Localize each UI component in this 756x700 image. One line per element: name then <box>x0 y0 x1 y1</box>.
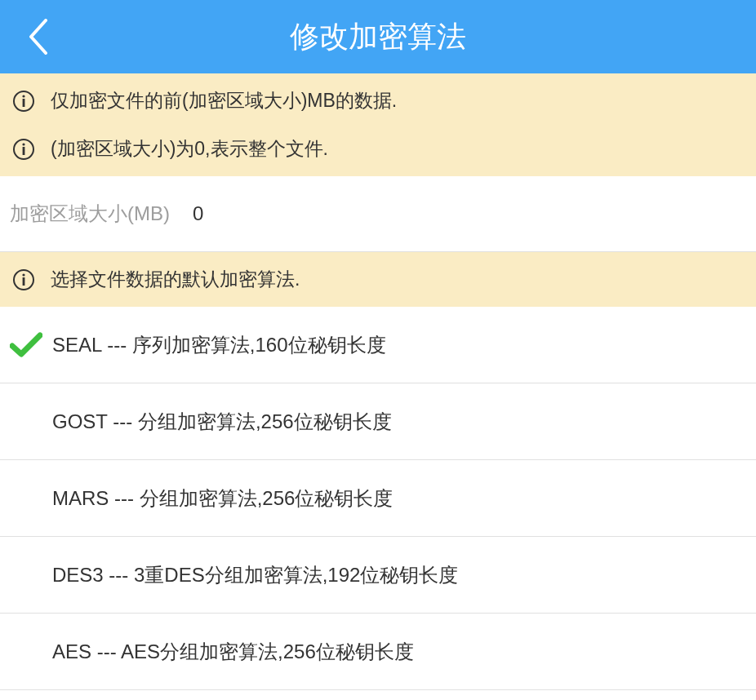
info-text-1: 仅加密文件的前(加密区域大小)MB的数据. <box>51 88 397 113</box>
back-icon <box>28 19 49 55</box>
info-row-3: 选择文件数据的默认加密算法. <box>0 255 756 303</box>
algorithm-label: SEAL --- 序列加密算法,160位秘钥长度 <box>47 332 386 358</box>
algorithm-label: GOST --- 分组加密算法,256位秘钥长度 <box>47 409 392 435</box>
back-button[interactable] <box>10 0 67 73</box>
algorithm-item-mars[interactable]: MARS --- 分组加密算法,256位秘钥长度 <box>0 460 756 537</box>
svg-point-7 <box>22 273 24 276</box>
encrypt-size-label: 加密区域大小(MB) <box>10 201 170 227</box>
info-row-2: (加密区域大小)为0,表示整个文件. <box>0 125 756 173</box>
svg-rect-5 <box>23 147 25 155</box>
page-title: 修改加密算法 <box>290 17 466 57</box>
algorithm-label: MARS --- 分组加密算法,256位秘钥长度 <box>47 485 393 512</box>
header-bar: 修改加密算法 <box>0 0 756 73</box>
info-text-2: (加密区域大小)为0,表示整个文件. <box>51 136 328 162</box>
algorithm-item-des3[interactable]: DES3 --- 3重DES分组加密算法,192位秘钥长度 <box>0 537 756 614</box>
svg-rect-2 <box>23 99 25 107</box>
algorithm-item-gost[interactable]: GOST --- 分组加密算法,256位秘钥长度 <box>0 383 756 460</box>
svg-rect-8 <box>23 277 25 286</box>
svg-point-1 <box>22 95 24 97</box>
info-icon <box>11 137 36 162</box>
info-text-3: 选择文件数据的默认加密算法. <box>51 267 300 292</box>
svg-point-4 <box>22 143 24 145</box>
info-icon <box>11 89 36 113</box>
algorithm-label: AES --- AES分组加密算法,256位秘钥长度 <box>47 639 414 665</box>
algorithm-list: SEAL --- 序列加密算法,160位秘钥长度 GOST --- 分组加密算法… <box>0 307 756 690</box>
encrypt-size-value: 0 <box>193 202 203 225</box>
algorithm-label: DES3 --- 3重DES分组加密算法,192位秘钥长度 <box>47 562 458 588</box>
info-row-1: 仅加密文件的前(加密区域大小)MB的数据. <box>0 77 756 125</box>
info-block-2: 选择文件数据的默认加密算法. <box>0 252 756 307</box>
algorithm-item-seal[interactable]: SEAL --- 序列加密算法,160位秘钥长度 <box>0 307 756 383</box>
encrypt-size-row[interactable]: 加密区域大小(MB) 0 <box>0 176 756 252</box>
info-icon <box>11 268 36 292</box>
check-icon <box>10 331 47 359</box>
algorithm-item-aes[interactable]: AES --- AES分组加密算法,256位秘钥长度 <box>0 614 756 690</box>
info-block-1: 仅加密文件的前(加密区域大小)MB的数据. (加密区域大小)为0,表示整个文件. <box>0 73 756 176</box>
